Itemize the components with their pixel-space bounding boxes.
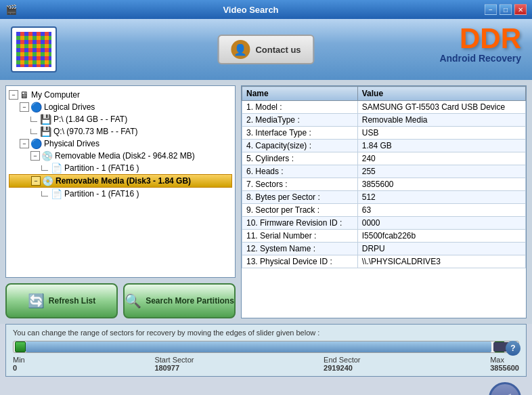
table-cell-name: 7. Sectors : — [242, 178, 358, 191]
expand-logical[interactable]: − — [20, 102, 29, 112]
expand-removable1[interactable]: − — [30, 151, 40, 161]
table-row: 10. Firmware Revision ID :0000 — [242, 217, 526, 230]
table-cell-name: 1. Model : — [242, 101, 358, 114]
table-row: 1. Model :SAMSUNG GT-I5503 Card USB Devi… — [242, 101, 526, 114]
table-cell-name: 5. Cylinders : — [242, 152, 358, 165]
table-cell-name: 10. Firmware Revision ID : — [242, 217, 358, 230]
refresh-list-button[interactable]: 🔄 Refresh List — [5, 283, 118, 318]
removable1-icon: 💿 — [41, 150, 53, 161]
tree-my-computer[interactable]: − 🖥 My Computer — [9, 89, 232, 101]
table-cell-value: USB — [357, 127, 525, 140]
start-sector-group: Start Sector 180977 — [154, 356, 194, 372]
tree-drive-q[interactable]: 💾 Q:\ (970.73 MB - - FAT) — [9, 125, 232, 138]
table-cell-value: I5500fcab226b — [357, 230, 525, 243]
table-cell-value: DRPU — [357, 243, 525, 255]
tree-panel: − 🖥 My Computer − 🔵 Logical Drives 💾 P:\… — [5, 85, 236, 278]
table-cell-name: 2. MediaType : — [242, 114, 358, 127]
table-cell-value: 3855600 — [357, 178, 525, 191]
contact-icon: 👤 — [231, 40, 250, 59]
logo-box — [11, 26, 57, 72]
table-row: 11. Serial Number :I5500fcab226b — [242, 230, 526, 243]
table-cell-name: 8. Bytes per Sector : — [242, 191, 358, 204]
drive-p-label: P:\ (1.84 GB - - FAT) — [53, 115, 127, 124]
end-sector-label: End Sector — [324, 356, 360, 364]
slider-track[interactable] — [13, 341, 519, 353]
table-row: 2. MediaType :Removable Media — [242, 114, 526, 127]
drive-q-icon: 💾 — [40, 126, 51, 137]
partition2-icon: 📄 — [51, 188, 62, 199]
ddr-text: DDR — [439, 24, 521, 53]
tree-drive-p[interactable]: 💾 P:\ (1.84 GB - - FAT) — [9, 113, 232, 125]
start-sector-label: Start Sector — [154, 356, 194, 364]
window-controls: − □ ✕ — [485, 4, 527, 15]
minimize-button[interactable]: − — [485, 4, 497, 15]
slider-thumb-left[interactable] — [15, 341, 26, 352]
android-recovery-text: Android Recovery — [439, 53, 521, 64]
table-cell-value: SAMSUNG GT-I5503 Card USB Device — [357, 101, 525, 114]
table-row: 3. Interface Type :USB — [242, 127, 526, 140]
table-cell-value: \\.\PHYSICALDRIVE3 — [357, 255, 525, 268]
expand-physical[interactable]: − — [20, 139, 29, 148]
expand-removable2[interactable]: − — [31, 176, 41, 186]
action-buttons: 🔄 Refresh List 🔍 Search More Partitions — [5, 283, 236, 318]
table-cell-name: 13. Physical Device ID : — [242, 255, 358, 268]
logical-drives-label: Logical Drives — [44, 102, 95, 112]
removable1-label: Removable Media (Disk2 - 964.82 MB) — [55, 151, 195, 161]
right-panel: Name Value 1. Model :SAMSUNG GT-I5503 Ca… — [241, 85, 527, 318]
max-label-group: Max 3855600 — [490, 356, 519, 372]
table-cell-name: 6. Heads : — [242, 165, 358, 178]
search-partitions-label: Search More Partitions — [146, 296, 234, 306]
end-sector-group: End Sector 2919240 — [324, 356, 360, 372]
table-row: 7. Sectors :3855600 — [242, 178, 526, 191]
computer-icon: 🖥 — [20, 89, 29, 100]
header: 👤 Contact us DDR Android Recovery — [0, 19, 532, 80]
search-more-partitions-button[interactable]: 🔍 Search More Partitions — [123, 283, 236, 318]
drive-p-icon: 💾 — [40, 114, 51, 125]
col-name-header: Name — [242, 87, 358, 101]
table-row: 5. Cylinders :240 — [242, 152, 526, 165]
tree-removable1[interactable]: − 💿 Removable Media (Disk2 - 964.82 MB) — [9, 150, 232, 162]
table-row: 12. System Name :DRPU — [242, 243, 526, 255]
tree-removable2[interactable]: − 💿 Removable Media (Disk3 - 1.84 GB) — [9, 174, 232, 188]
sector-title: You can change the range of sectors for … — [13, 329, 519, 337]
partition1-icon: 📄 — [51, 163, 62, 173]
search-partitions-icon: 🔍 — [125, 293, 141, 309]
physical-drives-icon: 🔵 — [30, 138, 42, 149]
tree-physical-drives[interactable]: − 🔵 Physical Drives — [9, 138, 232, 150]
table-cell-value: 0000 — [357, 217, 525, 230]
drive-q-label: Q:\ (970.73 MB - - FAT) — [53, 127, 137, 136]
table-cell-value: 63 — [357, 204, 525, 217]
my-computer-label: My Computer — [31, 90, 80, 100]
slider-fill — [26, 341, 491, 352]
partition2-label: Partition - 1 (FAT16 ) — [64, 189, 139, 199]
table-cell-name: 11. Serial Number : — [242, 230, 358, 243]
refresh-list-label: Refresh List — [49, 296, 95, 306]
close-button[interactable]: ✕ — [514, 4, 527, 15]
max-value: 3855600 — [490, 364, 519, 372]
table-row: 4. Capacity(size) :1.84 GB — [242, 140, 526, 152]
table-row: 13. Physical Device ID :\\.\PHYSICALDRIV… — [242, 255, 526, 268]
title-bar: 🎬 Video Search − □ ✕ — [0, 0, 532, 19]
table-cell-name: 9. Sector per Track : — [242, 204, 358, 217]
max-label: Max — [490, 356, 504, 364]
tree-partition1[interactable]: 📄 Partition - 1 (FAT16 ) — [9, 162, 232, 174]
main-content: − 🖥 My Computer − 🔵 Logical Drives 💾 P:\… — [0, 80, 532, 324]
sector-panel: You can change the range of sectors for … — [5, 324, 527, 377]
maximize-button[interactable]: □ — [500, 4, 512, 15]
min-value: 0 — [13, 364, 17, 372]
table-row: 6. Heads :255 — [242, 165, 526, 178]
expand-my-computer[interactable]: − — [9, 90, 18, 100]
removable2-icon: 💿 — [42, 175, 53, 186]
partition1-label: Partition - 1 (FAT16 ) — [64, 163, 139, 173]
navigation-buttons: ◀ ▶ — [483, 379, 527, 395]
help-icon[interactable]: ? — [506, 341, 520, 356]
contact-us-button[interactable]: 👤 Contact us — [217, 35, 314, 64]
table-cell-value: 240 — [357, 152, 525, 165]
min-label: Min — [13, 356, 25, 364]
tree-partition2[interactable]: 📄 Partition - 1 (FAT16 ) — [9, 188, 232, 200]
tree-logical-drives[interactable]: − 🔵 Logical Drives — [9, 101, 232, 113]
properties-table: Name Value 1. Model :SAMSUNG GT-I5503 Ca… — [242, 86, 526, 268]
back-button[interactable]: ◀ — [489, 382, 521, 395]
info-nav-row: i Select the Drive (from which you want … — [0, 377, 532, 395]
sector-labels: Min 0 Start Sector 180977 End Sector 291… — [13, 356, 519, 372]
